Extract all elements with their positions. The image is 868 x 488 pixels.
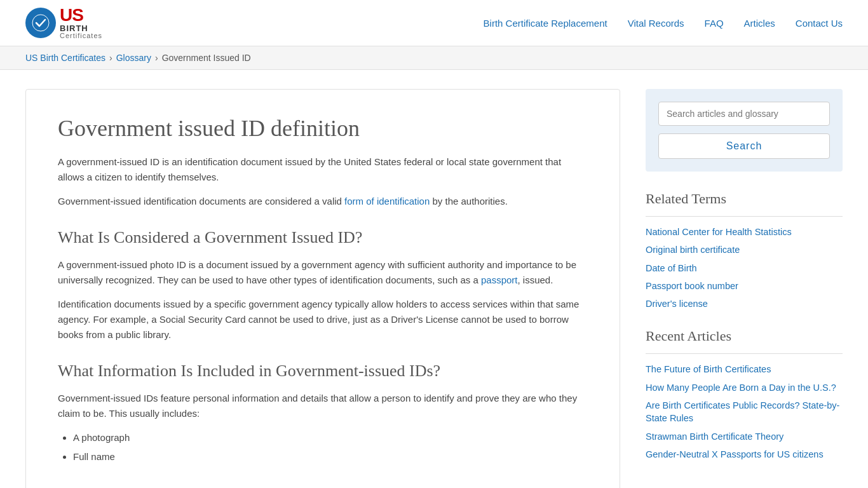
main-container: Government issued ID definition A govern… [0,70,868,488]
section1-heading: What Is Considered a Government Issued I… [58,228,588,247]
logo-cert-label: Certificates [60,32,102,39]
related-terms-section: Related Terms National Center for Health… [646,191,843,310]
recent-articles-title: Recent Articles [646,328,843,344]
section2-list: A photograph Full name [73,430,588,464]
breadcrumb: US Birth Certificates › Glossary › Gover… [0,46,868,70]
related-terms-divider [646,216,843,217]
breadcrumb-glossary[interactable]: Glossary [116,53,151,63]
breadcrumb-home[interactable]: US Birth Certificates [25,53,105,63]
intro-2-after: by the authorities. [430,196,508,207]
site-logo[interactable]: US BIRTH Certificates [25,6,102,39]
nav-articles[interactable]: Articles [744,18,775,29]
list-item: A photograph [73,430,588,445]
site-header: US BIRTH Certificates Birth Certificate … [0,0,868,46]
related-term-original-birth[interactable]: Original birth certificate [646,243,843,256]
passport-link[interactable]: passport [481,274,518,285]
search-button[interactable]: Search [658,133,830,159]
article-future-birth-certs[interactable]: The Future of Birth Certificates [646,363,843,376]
section1-p1-after: , issued. [518,274,553,285]
related-term-date-of-birth[interactable]: Date of Birth [646,262,843,274]
search-input[interactable] [658,102,830,126]
breadcrumb-sep-2: › [155,53,158,63]
logo-us-label: US [60,6,102,24]
section2-heading: What Information Is Included in Governme… [58,362,588,381]
related-term-drivers-license[interactable]: Driver's license [646,297,843,310]
svg-point-0 [32,15,49,31]
intro-paragraph-2: Government-issued identification documen… [58,194,588,209]
nav-contact-us[interactable]: Contact Us [796,18,843,29]
article-public-records[interactable]: Are Birth Certificates Public Records? S… [646,399,843,425]
nav-vital-records[interactable]: Vital Records [628,18,684,29]
content-area: Government issued ID definition A govern… [25,89,620,488]
logo-icon [25,8,56,38]
section1-paragraph-1: A government-issued photo ID is a docume… [58,257,588,288]
page-title: Government issued ID definition [58,115,588,142]
article-gender-neutral[interactable]: Gender-Neutral X Passports for US citize… [646,448,843,461]
section2-paragraph-1: Government-issued IDs feature personal i… [58,391,588,421]
article-born-a-day[interactable]: How Many People Are Born a Day in the U.… [646,381,843,394]
sidebar: Search Related Terms National Center for… [646,89,843,488]
article-strawman[interactable]: Strawman Birth Certificate Theory [646,430,843,443]
nav-birth-certificate[interactable]: Birth Certificate Replacement [484,18,607,29]
breadcrumb-current: Government Issued ID [162,53,251,63]
breadcrumb-sep-1: › [109,53,112,63]
related-term-national-center[interactable]: National Center for Health Statistics [646,226,843,238]
recent-articles-divider [646,353,843,354]
main-nav: Birth Certificate Replacement Vital Reco… [484,18,843,29]
related-terms-title: Related Terms [646,191,843,207]
section1-paragraph-2: Identification documents issued by a spe… [58,297,588,342]
form-of-identification-link[interactable]: form of identification [344,196,430,207]
intro-2-before: Government-issued identification documen… [58,196,344,207]
intro-paragraph-1: A government-issued ID is an identificat… [58,154,588,185]
list-item: Full name [73,449,588,464]
search-box: Search [646,89,843,172]
nav-faq[interactable]: FAQ [705,18,724,29]
logo-text: US BIRTH Certificates [60,6,102,39]
recent-articles-section: Recent Articles The Future of Birth Cert… [646,328,843,461]
related-term-passport-book[interactable]: Passport book number [646,280,843,292]
